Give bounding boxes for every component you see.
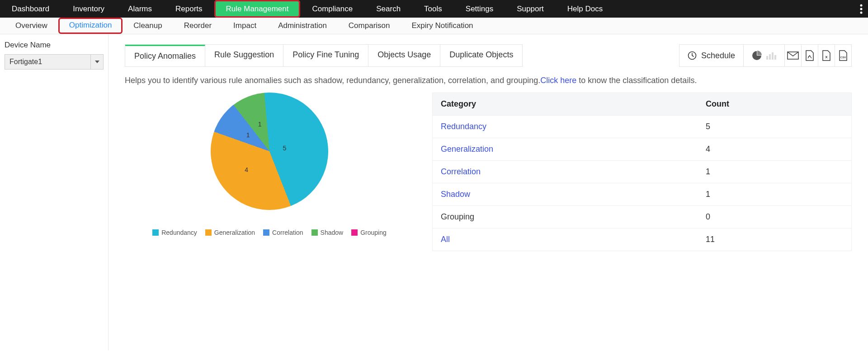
row-correlation-link[interactable]: Correlation (433, 161, 698, 183)
pdf-export-button[interactable] (801, 45, 818, 66)
main-content: Policy Anomalies Rule Suggestion Policy … (108, 34, 868, 350)
nav-tools[interactable]: Tools (412, 0, 454, 18)
nav-rule-management[interactable]: Rule Management (214, 0, 301, 18)
legend-correlation[interactable]: Correlation (263, 229, 303, 236)
nav-support[interactable]: Support (505, 0, 556, 18)
svg-rect-8 (774, 55, 776, 60)
table-row: Grouping 0 (433, 206, 851, 228)
tab-rule-suggestion[interactable]: Rule Suggestion (205, 45, 283, 66)
row-redundancy-link[interactable]: Redundancy (433, 116, 698, 138)
subnav-cleanup[interactable]: Cleanup (123, 18, 173, 34)
tab-policy-fine-tuning[interactable]: Policy Fine Tuning (283, 45, 368, 66)
device-name-label: Device Name (5, 41, 104, 50)
row-grouping-count: 0 (698, 206, 851, 228)
xls-file-icon: X (822, 50, 831, 61)
optimization-tabs: Policy Anomalies Rule Suggestion Policy … (125, 44, 523, 67)
swatch-icon (351, 229, 358, 236)
xls-export-button[interactable]: X (818, 45, 835, 66)
pie-label-correlation: 1 (246, 131, 250, 139)
svg-marker-3 (95, 61, 99, 63)
help-text-suffix: to know the classification details. (576, 76, 697, 85)
anomaly-pie-chart: 5 4 1 1 Redundancy Generalization Correl… (125, 93, 414, 236)
help-text: Helps you to identify various rule anoma… (125, 76, 852, 85)
col-count: Count (698, 93, 851, 115)
pdf-file-icon (805, 50, 814, 61)
subnav-reorder[interactable]: Reorder (173, 18, 222, 34)
legend-label: Redundancy (161, 229, 197, 236)
legend-grouping[interactable]: Grouping (351, 229, 387, 236)
nav-dashboard[interactable]: Dashboard (0, 0, 61, 18)
subnav-comparison[interactable]: Comparison (338, 18, 401, 34)
table-row: Redundancy 5 (433, 116, 851, 138)
help-link[interactable]: Click here (540, 76, 576, 85)
legend-label: Grouping (360, 229, 387, 236)
legend-label: Correlation (272, 229, 303, 236)
legend-generalization[interactable]: Generalization (205, 229, 255, 236)
row-correlation-count: 1 (698, 161, 851, 183)
nav-settings[interactable]: Settings (454, 0, 505, 18)
col-category: Category (433, 93, 698, 115)
nav-compliance[interactable]: Compliance (300, 0, 364, 18)
tab-policy-anomalies[interactable]: Policy Anomalies (125, 45, 205, 66)
svg-point-2 (860, 11, 863, 14)
row-grouping-label: Grouping (433, 206, 698, 228)
svg-rect-6 (769, 54, 771, 60)
chevron-down-icon (90, 55, 103, 69)
subnav-overview[interactable]: Overview (5, 18, 58, 34)
svg-rect-5 (766, 56, 768, 60)
swatch-icon (205, 229, 212, 236)
sub-nav: Overview Optimization Cleanup Reorder Im… (0, 18, 868, 34)
svg-point-1 (860, 8, 863, 10)
row-all-count: 11 (698, 228, 851, 251)
bar-chart-icon (766, 51, 776, 60)
schedule-label: Schedule (701, 51, 735, 61)
legend-label: Shadow (321, 229, 344, 236)
tab-duplicate-objects[interactable]: Duplicate Objects (440, 45, 522, 66)
legend-shadow[interactable]: Shadow (311, 229, 344, 236)
swatch-icon (311, 229, 318, 236)
help-text-prefix: Helps you to identify various rule anoma… (125, 76, 540, 85)
svg-rect-7 (772, 52, 774, 60)
subnav-optimization[interactable]: Optimization (58, 18, 123, 34)
nav-search[interactable]: Search (364, 0, 412, 18)
table-row: All 11 (433, 228, 851, 251)
chart-type-pie-button[interactable] (743, 45, 784, 66)
subnav-administration[interactable]: Administration (267, 18, 338, 34)
nav-alarms[interactable]: Alarms (116, 0, 164, 18)
csv-export-button[interactable]: CSV (835, 45, 851, 66)
svg-point-0 (860, 4, 863, 6)
top-nav: Dashboard Inventory Alarms Reports Rule … (0, 0, 868, 18)
pie-legend: Redundancy Generalization Correlation Sh… (152, 229, 387, 236)
sidebar: Device Name Fortigate1 (0, 34, 108, 350)
legend-redundancy[interactable]: Redundancy (152, 229, 197, 236)
tab-objects-usage[interactable]: Objects Usage (368, 45, 440, 66)
table-row: Correlation 1 (433, 161, 851, 183)
mail-icon (787, 51, 799, 60)
subnav-impact[interactable]: Impact (222, 18, 267, 34)
row-generalization-count: 4 (698, 138, 851, 160)
row-all-link[interactable]: All (433, 228, 698, 251)
row-shadow-count: 1 (698, 183, 851, 205)
svg-text:X: X (825, 55, 828, 59)
pie-chart-icon (752, 51, 762, 61)
pie-label-generalization: 4 (245, 166, 248, 173)
action-bar: Schedule (679, 44, 852, 67)
pie-graphic: 5 4 1 1 (206, 88, 333, 215)
schedule-button[interactable]: Schedule (679, 45, 743, 66)
subnav-expiry-notification[interactable]: Expiry Notification (401, 18, 484, 34)
legend-label: Generalization (214, 229, 255, 236)
email-export-button[interactable] (784, 45, 801, 66)
nav-reports[interactable]: Reports (164, 0, 214, 18)
nav-help-docs[interactable]: Help Docs (556, 0, 614, 18)
clock-icon (688, 51, 697, 60)
pie-label-shadow: 1 (258, 121, 262, 128)
row-redundancy-count: 5 (698, 116, 851, 138)
device-select[interactable]: Fortigate1 (5, 54, 104, 70)
row-shadow-link[interactable]: Shadow (433, 183, 698, 205)
row-generalization-link[interactable]: Generalization (433, 138, 698, 160)
table-row: Shadow 1 (433, 183, 851, 206)
anomaly-table: Category Count Redundancy 5 Generalizati… (432, 93, 852, 251)
nav-inventory[interactable]: Inventory (61, 0, 116, 18)
kebab-menu-icon[interactable] (860, 0, 863, 18)
swatch-icon (152, 229, 159, 236)
